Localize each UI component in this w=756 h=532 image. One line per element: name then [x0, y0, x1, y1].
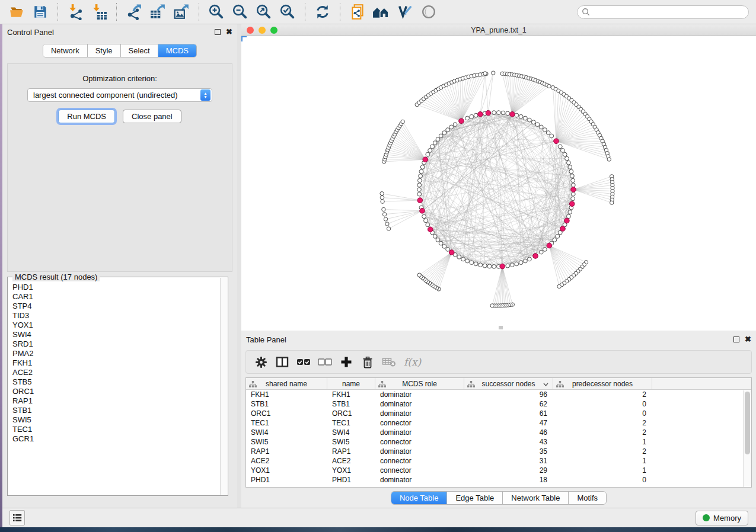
save-session-button[interactable] — [30, 2, 50, 21]
table-settings-button[interactable] — [252, 353, 270, 371]
network-node[interactable] — [422, 214, 426, 219]
zoom-selected-button[interactable] — [277, 2, 298, 21]
network-node[interactable] — [442, 131, 446, 135]
refresh-layout-button[interactable] — [312, 2, 333, 21]
show-panels-list-button[interactable] — [9, 510, 25, 525]
import-table-button[interactable] — [89, 2, 109, 21]
mcds-result-item[interactable]: ACE2 — [12, 368, 220, 377]
network-node[interactable] — [487, 264, 492, 268]
network-node[interactable] — [465, 259, 470, 263]
show-column-panel-button[interactable] — [273, 353, 291, 371]
network-node[interactable] — [553, 238, 557, 242]
tab-edge-table[interactable]: Edge Table — [447, 492, 503, 504]
network-node[interactable] — [528, 257, 532, 261]
tab-motifs[interactable]: Motifs — [569, 492, 606, 504]
float-panel-icon[interactable] — [215, 29, 221, 35]
network-hub-node[interactable] — [478, 112, 483, 117]
mcds-result-list[interactable]: PHD1CAR1STP4TID3YOX1SWI4SRD1PMA2FKH1ACE2… — [8, 283, 220, 495]
mcds-result-item[interactable]: SWI4 — [12, 330, 220, 339]
search-input[interactable] — [591, 7, 748, 17]
network-node[interactable] — [515, 262, 519, 266]
export-table-button[interactable] — [148, 2, 168, 21]
network-node[interactable] — [439, 134, 443, 138]
optimization-criterion-select[interactable]: largest connected component (undirected)… — [27, 88, 212, 102]
mcds-result-item[interactable]: SRD1 — [12, 339, 220, 349]
mcds-result-item[interactable]: RAP1 — [12, 396, 220, 406]
network-node[interactable] — [558, 145, 562, 149]
network-graph[interactable] — [241, 36, 754, 330]
network-node[interactable] — [426, 152, 430, 156]
network-node[interactable] — [539, 125, 543, 129]
network-node[interactable] — [567, 161, 571, 165]
network-node[interactable] — [385, 222, 389, 226]
delete-column-button[interactable] — [359, 353, 377, 371]
network-node[interactable] — [492, 111, 496, 115]
network-node[interactable] — [417, 183, 422, 187]
home-networks-button[interactable] — [371, 2, 391, 21]
network-node[interactable] — [492, 265, 496, 269]
mcds-result-item[interactable]: YOX1 — [12, 321, 220, 330]
network-hub-node[interactable] — [510, 112, 515, 117]
network-node[interactable] — [568, 210, 572, 214]
import-network-button[interactable] — [65, 2, 85, 21]
network-hub-node[interactable] — [486, 110, 491, 116]
network-node[interactable] — [418, 178, 422, 182]
network-node[interactable] — [515, 113, 519, 117]
network-node[interactable] — [543, 128, 547, 132]
network-hub-node[interactable] — [547, 243, 552, 248]
minimize-window-icon[interactable] — [259, 27, 266, 34]
network-node[interactable] — [382, 213, 386, 216]
network-node[interactable] — [382, 207, 385, 211]
network-node[interactable] — [546, 131, 550, 135]
vertical-splitter[interactable] — [237, 24, 241, 508]
table-row[interactable]: PHD1PHD1dominator180 — [246, 475, 751, 485]
close-panel-button[interactable]: Close panel — [123, 110, 181, 123]
network-node[interactable] — [474, 262, 478, 266]
zoom-in-button[interactable] — [206, 2, 227, 21]
network-node[interactable] — [380, 196, 384, 199]
float-panel-icon[interactable] — [733, 336, 739, 342]
network-node[interactable] — [446, 128, 450, 132]
network-node[interactable] — [497, 111, 501, 115]
network-node[interactable] — [567, 214, 571, 219]
network-node[interactable] — [539, 250, 543, 254]
network-node[interactable] — [417, 192, 422, 196]
network-node[interactable] — [571, 197, 575, 201]
network-node[interactable] — [492, 71, 495, 75]
network-node[interactable] — [381, 200, 384, 203]
table-row[interactable]: YOX1YOX1connector291 — [246, 466, 751, 475]
table-row[interactable]: RAP1RAP1dominator352 — [246, 447, 751, 456]
network-node[interactable] — [426, 223, 430, 227]
network-node[interactable] — [561, 149, 565, 153]
mcds-result-item[interactable]: FKH1 — [12, 358, 220, 368]
network-node[interactable] — [428, 149, 432, 153]
zoom-fit-button[interactable] — [254, 2, 274, 21]
network-node[interactable] — [420, 165, 425, 169]
open-session-button[interactable] — [7, 2, 27, 21]
network-node[interactable] — [568, 165, 572, 169]
hide-panel-button[interactable] — [419, 2, 439, 21]
table-row[interactable]: TEC1TEC1connector472 — [246, 418, 751, 428]
network-node[interactable] — [401, 120, 404, 123]
network-node[interactable] — [424, 219, 428, 223]
network-hub-node[interactable] — [459, 118, 464, 124]
select-all-columns-button[interactable] — [295, 353, 312, 371]
network-node[interactable] — [557, 284, 561, 288]
memory-button[interactable]: Memory — [696, 511, 748, 525]
column-header-successor-nodes[interactable]: successor nodes — [464, 378, 553, 389]
export-network-button[interactable] — [124, 2, 144, 21]
network-hub-node[interactable] — [449, 250, 454, 255]
column-header-predecessor-nodes[interactable]: predecessor nodes — [553, 378, 652, 389]
tab-mcds[interactable]: MCDS — [158, 44, 196, 57]
network-hub-node[interactable] — [420, 209, 425, 214]
network-node[interactable] — [519, 114, 523, 118]
zoom-out-button[interactable] — [230, 2, 250, 21]
network-node[interactable] — [556, 235, 560, 239]
table-row[interactable]: STB1STB1dominator620 — [246, 399, 751, 409]
network-node[interactable] — [524, 116, 528, 120]
maximize-window-icon[interactable] — [270, 27, 277, 34]
deselect-all-columns-button[interactable] — [316, 353, 334, 371]
mcds-result-item[interactable]: PHD1 — [12, 283, 220, 292]
network-node[interactable] — [535, 123, 540, 127]
network-node[interactable] — [442, 245, 446, 249]
